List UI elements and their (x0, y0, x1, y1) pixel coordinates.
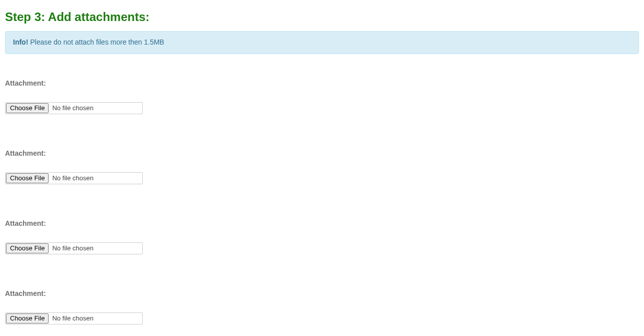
info-alert: Info! Please do not attach files more th… (5, 31, 639, 54)
attachment-group-4: Attachment: Choose File No file chosen (5, 289, 639, 324)
file-status-text: No file chosen (49, 173, 142, 184)
attachment-label: Attachment: (5, 219, 639, 227)
choose-file-button[interactable]: Choose File (6, 243, 49, 253)
file-input[interactable]: Choose File No file chosen (5, 312, 143, 324)
choose-file-button[interactable]: Choose File (6, 313, 49, 323)
attachment-group-1: Attachment: Choose File No file chosen (5, 79, 639, 114)
file-input[interactable]: Choose File No file chosen (5, 102, 143, 114)
attachment-group-3: Attachment: Choose File No file chosen (5, 219, 639, 254)
info-alert-strong: Info! (13, 38, 28, 46)
file-input[interactable]: Choose File No file chosen (5, 172, 143, 184)
info-alert-text: Please do not attach files more then 1.5… (28, 38, 164, 46)
choose-file-button[interactable]: Choose File (6, 103, 49, 113)
attachment-label: Attachment: (5, 149, 639, 157)
file-status-text: No file chosen (49, 313, 142, 324)
file-status-text: No file chosen (49, 103, 142, 114)
attachment-group-2: Attachment: Choose File No file chosen (5, 149, 639, 184)
step-heading: Step 3: Add attachments: (5, 10, 639, 24)
file-input[interactable]: Choose File No file chosen (5, 242, 143, 254)
choose-file-button[interactable]: Choose File (6, 173, 49, 183)
file-status-text: No file chosen (49, 243, 142, 254)
attachment-label: Attachment: (5, 289, 639, 297)
attachment-label: Attachment: (5, 79, 639, 87)
